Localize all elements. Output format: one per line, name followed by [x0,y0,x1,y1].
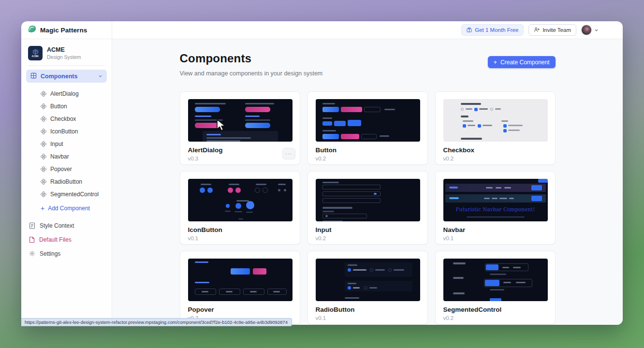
avatar [581,25,592,35]
sidebar-item-label: Input [50,141,63,147]
workspace-name: ACME [47,46,81,53]
magic-patterns-logo-icon [28,25,37,35]
sidebar-item-radiobutton[interactable]: RadioButton [21,175,112,188]
gear-icon [29,250,35,257]
plus-icon: + [41,205,44,212]
component-icon [41,141,46,147]
component-icon [41,191,46,197]
card-version: v0.2 [316,156,420,161]
sidebar-item-settings[interactable]: Settings [21,246,112,261]
get-month-free-button[interactable]: Get 1 Month Free [461,24,524,36]
component-thumbnail [188,259,293,301]
acme-logo-icon: ACME [28,46,43,60]
card-popover[interactable]: Popover v0.2 [180,251,300,324]
plus-icon: + [494,58,498,66]
component-thumbnail [188,179,293,221]
card-version: v0.2 [443,156,547,161]
sidebar: ACME ACME Design System Components Alert… [21,39,112,325]
page-subtitle: View and manage components in your desig… [180,70,323,77]
sidebar-item-label: SegmentedControl [50,191,99,198]
component-thumbnail [316,179,420,221]
card-checkbox[interactable]: Checkbox v0.2 [435,91,556,165]
create-component-button[interactable]: + Create Component [488,56,556,68]
card-alertdialog[interactable]: AlertDialog v0.3 ··· [180,91,300,165]
sidebar-item-input[interactable]: Input [21,138,112,150]
component-thumbnail [316,259,420,301]
browser-status-url: https://patterns-git-alex-lee-design-sys… [21,318,292,326]
card-title: Navbar [443,226,547,233]
gift-icon [467,27,472,33]
document-icon [29,222,35,229]
card-button[interactable]: Button v0.2 [307,91,428,165]
card-iconbutton[interactable]: IconButton v0.1 [180,171,300,245]
topbar: Magic Patterns Get 1 Month Free Invite T… [21,21,623,39]
sidebar-item-style-context[interactable]: Style Context [21,218,112,232]
card-segmentedcontrol[interactable]: SegmentedControl v0.2 [435,251,556,324]
card-input[interactable]: Input v0.2 [307,171,428,245]
workspace-switcher[interactable]: ACME ACME Design System [21,42,112,65]
workspace-type: Design System [47,54,81,60]
component-icon [41,116,46,122]
card-title: AlertDialog [188,146,292,154]
sidebar-item-label: AlertDialog [50,90,79,97]
sidebar-item-iconbutton[interactable]: IconButton [21,125,112,138]
card-navbar[interactable]: Futuristic Navbar Component! Navbar v0.1 [435,171,556,245]
card-version: v0.1 [443,235,547,241]
invite-team-button[interactable]: Invite Team [528,24,576,36]
component-icon [41,91,46,97]
sidebar-item-label: Button [50,103,67,110]
sidebar-item-checkbox[interactable]: Checkbox [21,113,112,125]
card-title: Popover [188,306,292,313]
component-thumbnail [188,99,293,142]
card-title: Checkbox [443,146,547,154]
navbar-caption: Futuristic Navbar Component! [443,206,548,212]
card-title: Input [316,226,420,233]
component-icon [41,129,46,134]
component-thumbnail [316,99,420,142]
card-version: v0.2 [316,235,420,241]
component-icon [41,154,46,160]
component-thumbnail [443,259,548,301]
card-version: v0.2 [443,315,547,321]
component-list: AlertDialog Button Checkbox IconButton I… [21,87,112,201]
card-version: v0.1 [188,235,292,241]
component-thumbnail: Futuristic Navbar Component! [443,179,548,221]
card-title: SegmentedControl [443,306,547,313]
chevron-down-icon [594,28,599,32]
chevron-down-icon [98,74,102,78]
card-version: v0.1 [316,315,420,321]
grid-icon [30,72,37,80]
card-radiobutton[interactable]: RadioButton v0.1 [307,251,428,324]
sidebar-item-label: Navbar [50,153,69,160]
sidebar-item-segmentedcontrol[interactable]: SegmentedControl [21,188,112,201]
user-menu[interactable] [581,25,599,35]
card-version: v0.3 [188,156,292,161]
file-icon [29,236,35,243]
component-icon [41,166,46,172]
brand-zone[interactable]: Magic Patterns [21,21,112,39]
sidebar-item-label: RadioButton [50,178,82,185]
sidebar-item-label: Checkbox [50,116,76,122]
card-menu-button[interactable]: ··· [282,148,295,160]
component-icon [41,179,46,185]
brand-name: Magic Patterns [40,27,87,34]
card-title: IconButton [188,226,292,233]
add-component-button[interactable]: + Add Component [21,202,112,215]
component-thumbnail [443,99,548,142]
sidebar-item-default-files[interactable]: Default Files [21,232,112,246]
sidebar-item-label: IconButton [50,128,78,135]
component-icon [41,103,46,109]
sidebar-item-popover[interactable]: Popover [21,163,112,175]
divider [28,65,105,66]
sidebar-item-components[interactable]: Components [26,70,107,83]
component-grid: AlertDialog v0.3 ··· Button v0.2 Checkbo… [180,91,556,324]
page-title: Components [180,52,323,65]
topbar-actions: Get 1 Month Free Invite Team [112,21,623,39]
sidebar-item-navbar[interactable]: Navbar [21,150,112,163]
card-title: Button [316,146,420,154]
card-title: RadioButton [316,306,420,313]
sidebar-item-alertdialog[interactable]: AlertDialog [21,87,112,100]
sidebar-item-button[interactable]: Button [21,100,112,113]
app-window: Magic Patterns Get 1 Month Free Invite T… [21,21,623,325]
person-plus-icon [534,27,540,33]
